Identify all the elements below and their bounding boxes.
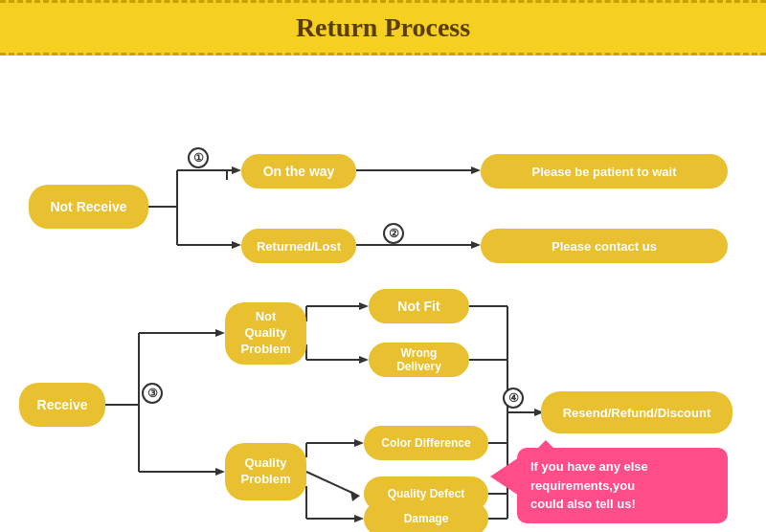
svg-marker-26 (354, 439, 364, 447)
color-diff-box: Color Difference (364, 426, 488, 460)
svg-marker-7 (471, 166, 481, 174)
svg-marker-28 (350, 491, 360, 501)
svg-marker-15 (215, 329, 225, 337)
speech-bubble: If you have any else requirements,you co… (517, 448, 728, 523)
please-contact-box: Please contact us (481, 229, 728, 263)
resend-box: Resend/Refund/Discount (541, 391, 732, 433)
receive-box: Receive (19, 383, 105, 427)
not-quality-box: Not Quality Problem (225, 302, 306, 365)
circle-two: ② (383, 223, 404, 244)
svg-marker-17 (215, 468, 225, 476)
on-the-way-box: On the way (241, 154, 356, 188)
svg-marker-23 (359, 356, 369, 364)
circle-four: ④ (503, 388, 524, 409)
svg-marker-9 (232, 241, 241, 249)
wrong-delivery-box: Wrong Delivery (369, 343, 469, 377)
not-receive-box: Not Receive (29, 185, 148, 229)
damage-box: Damage (364, 501, 488, 532)
please-wait-box: Please be patient to wait (481, 154, 728, 188)
bubble-triangle-icon (490, 457, 519, 496)
returned-lost-box: Returned/Lost (241, 229, 356, 263)
page-header: Return Process (0, 0, 766, 55)
svg-line-27 (306, 472, 354, 494)
diagram-area: Not Receive ① On the way Please be patie… (0, 55, 766, 532)
not-fit-box: Not Fit (369, 289, 469, 323)
page-title: Return Process (296, 12, 470, 42)
circle-three: ③ (142, 383, 163, 404)
quality-problem-box: Quality Problem (225, 443, 306, 500)
svg-marker-20 (359, 302, 369, 310)
circle-one: ① (188, 147, 209, 168)
svg-marker-11 (471, 241, 481, 249)
svg-marker-5 (232, 166, 241, 174)
svg-marker-31 (354, 515, 364, 522)
